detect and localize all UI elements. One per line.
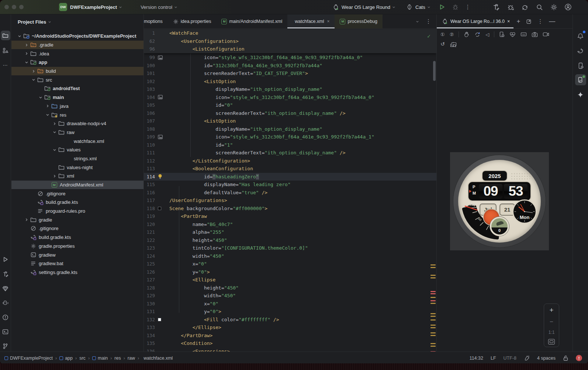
tree-item--idea[interactable]: .idea <box>11 49 143 58</box>
code-line-103[interactable]: 103displayName="ith_option_display_name" <box>144 85 436 93</box>
code-line-121[interactable]: 121alpha="255" <box>144 228 436 236</box>
tree-item-res[interactable]: res <box>11 110 143 119</box>
search-icon[interactable] <box>536 3 543 11</box>
code-line-62[interactable]: 62<UserConfigurations> <box>144 37 436 45</box>
code-line-105[interactable]: 105id="0" <box>144 101 436 109</box>
code-line-120[interactable]: 120name="BG_40c7" <box>144 220 436 229</box>
chevron-down-icon[interactable] <box>16 33 23 39</box>
chevron-right-icon[interactable] <box>23 42 30 48</box>
line-number[interactable]: 103 <box>144 86 155 92</box>
warning-stripe-mark[interactable] <box>430 297 436 298</box>
project-view-selector[interactable]: Project Files <box>11 14 143 29</box>
code-line-127[interactable]: 127<Ellipse <box>144 276 436 284</box>
warning-stripe-mark[interactable] <box>430 303 436 304</box>
reset-view-icon[interactable]: ↺ <box>440 41 445 47</box>
code-line-114[interactable]: 114id="hasLeadingZero" <box>144 173 436 181</box>
version-control-icon[interactable] <box>1 341 10 351</box>
tree-item-xml[interactable]: xml <box>11 172 143 181</box>
code-line-118[interactable]: 118Scene backgroundColor="#ff000000"> <box>144 205 436 213</box>
resource-manager-icon[interactable] <box>1 45 10 55</box>
run-button[interactable] <box>438 3 446 11</box>
code-line-102[interactable]: 102<ListOption <box>144 78 436 86</box>
chevron-down-icon[interactable] <box>30 77 37 83</box>
line-number[interactable]: 110 <box>144 142 155 148</box>
line-number[interactable]: 135 <box>144 340 155 346</box>
tree-item-drawable-nodpi-v4[interactable]: drawable-nodpi-v4 <box>11 119 143 128</box>
tree-item-gradle[interactable]: gradle <box>11 215 143 224</box>
highlighting-level-icon[interactable] <box>524 355 530 361</box>
line-number[interactable]: 127 <box>144 277 155 282</box>
warning-stripe-mark[interactable] <box>430 264 436 265</box>
minimize-window-icon[interactable] <box>12 5 16 9</box>
tree-item-main[interactable]: main <box>11 93 143 102</box>
code-line-100[interactable]: 100id="312c30bf_f64a_461e_9c93_992f2fb7a… <box>144 62 436 70</box>
device-display-area[interactable]: 2025 P M 09 53 Jul <box>450 152 549 250</box>
line-number[interactable]: 1 <box>144 30 155 36</box>
tree-item-build-gradle-kts[interactable]: build.gradle.kts <box>11 233 143 242</box>
tree-item-androidtest[interactable]: androidTest <box>11 84 143 93</box>
running-devices-icon[interactable] <box>575 74 586 85</box>
code-line-132[interactable]: 132<Fill color="#ffffffff" /> <box>144 316 436 324</box>
tree-item-watchface-xml[interactable]: watchface.xml <box>11 137 143 145</box>
code-line-123[interactable]: 123tintColor="[CONFIGURATION.themeColor.… <box>144 244 436 252</box>
tree-item-gradle-properties[interactable]: gradle.properties <box>11 242 143 251</box>
code-line-111[interactable]: 111screenReaderText="ith_option_display_… <box>144 149 436 157</box>
zoom-window-icon[interactable] <box>19 5 24 9</box>
code-line-115[interactable]: 115displayName="Has leading zero" <box>144 181 436 189</box>
zoom-to-fit-button[interactable] <box>548 339 555 345</box>
sync-gradle-icon[interactable] <box>521 3 529 11</box>
line-number[interactable]: 102 <box>144 79 155 84</box>
close-icon[interactable]: × <box>507 19 510 24</box>
notifications-icon[interactable] <box>575 31 586 42</box>
warning-stripe-mark[interactable] <box>430 277 436 278</box>
close-window-icon[interactable] <box>4 5 9 9</box>
line-number[interactable]: 123 <box>144 245 155 251</box>
line-number[interactable]: 124 <box>144 253 155 259</box>
error-stripe-mark[interactable] <box>430 291 436 292</box>
device-tab[interactable]: Wear OS Large Ro...l 36.0 × <box>437 14 513 28</box>
add-device-icon[interactable]: + <box>516 18 520 25</box>
editor-tab-watchface-xml[interactable]: watchface.xml× <box>287 14 335 28</box>
tree-item-raw[interactable]: raw <box>11 128 143 137</box>
tree-item-build[interactable]: build <box>11 67 143 76</box>
code-line-124[interactable]: 124width="450" <box>144 252 436 260</box>
more-tool-windows-icon[interactable]: ⋯ <box>1 60 10 70</box>
line-number[interactable]: 114 <box>144 174 155 179</box>
code-line-101[interactable]: 101screenReaderText="ID_CAT_STEP_OVER"> <box>144 69 436 78</box>
zoom-actual-size-button[interactable]: 1:1 <box>549 330 555 335</box>
warning-stripe-mark[interactable] <box>430 275 436 276</box>
palm-gesture-icon[interactable] <box>464 31 470 37</box>
code-line-129[interactable]: 129width="450" <box>144 292 436 300</box>
tree-item--gitignore[interactable]: .gitignore <box>11 224 143 233</box>
zoom-out-button[interactable]: − <box>550 318 553 326</box>
intention-bulb-icon[interactable] <box>155 174 166 179</box>
code-line-104[interactable]: 104icon="style_wfs_312c30bf_f64a_461e_9c… <box>144 93 436 102</box>
line-number[interactable]: 136 <box>144 349 155 352</box>
line-number[interactable]: 118 <box>144 206 155 211</box>
chevron-down-icon[interactable] <box>51 129 58 135</box>
tree-item-strings-xml[interactable]: strings.xml <box>11 154 143 163</box>
chevron-right-icon[interactable] <box>30 68 37 74</box>
zoom-in-button[interactable]: + <box>549 306 553 314</box>
code-line-135[interactable]: 135<Condition> <box>144 339 436 347</box>
build-tool-icon[interactable] <box>1 269 10 279</box>
screenshot-camera-icon[interactable] <box>532 32 538 37</box>
code-line-117[interactable]: 117/UserConfigurations> <box>144 196 436 205</box>
tab-options-icon[interactable]: ⋮ <box>426 18 431 25</box>
settings-icon[interactable] <box>550 3 557 11</box>
warning-stripe-mark[interactable] <box>430 332 436 333</box>
error-stripe-mark[interactable] <box>430 293 436 294</box>
more-options-icon[interactable]: ⋮ <box>537 18 543 25</box>
code-line-130[interactable]: 130x="0" <box>144 300 436 308</box>
logcat-icon[interactable] <box>1 298 10 308</box>
line-number[interactable]: 62 <box>144 38 155 44</box>
warning-stripe-mark[interactable] <box>430 267 436 268</box>
code-line-131[interactable]: 131y="0"> <box>144 308 436 316</box>
inspections-ok-icon[interactable]: ✓ <box>427 33 430 40</box>
breadcrumb-item-raw[interactable]: raw <box>128 356 135 361</box>
tree-item-androidmanifest-xml[interactable]: MAndroidManifest.xml <box>11 181 143 189</box>
line-number[interactable]: 96 <box>144 46 155 52</box>
line-number[interactable]: 115 <box>144 182 155 187</box>
line-number[interactable]: 119 <box>144 213 155 219</box>
code-line-108[interactable]: 108displayName="ith_option_display_name" <box>144 125 436 133</box>
